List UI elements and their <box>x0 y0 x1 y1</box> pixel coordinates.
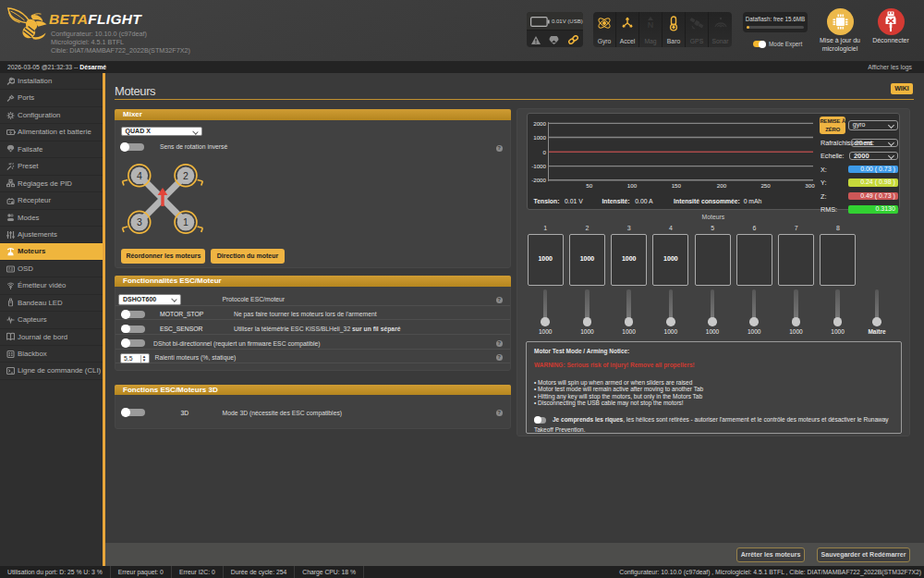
svg-text:2000: 2000 <box>533 120 546 127</box>
svg-text:-2000: -2000 <box>531 177 546 183</box>
svg-text:250: 250 <box>760 182 771 189</box>
svg-text:3: 3 <box>137 216 142 228</box>
svg-text:150: 150 <box>672 182 682 189</box>
svg-text:0: 0 <box>543 149 547 155</box>
svg-text:N: N <box>648 20 654 30</box>
svg-text:1000: 1000 <box>533 134 546 141</box>
svg-text:50: 50 <box>586 182 592 189</box>
svg-text:2: 2 <box>183 170 188 181</box>
svg-text:4: 4 <box>137 170 142 181</box>
svg-text:-1000: -1000 <box>531 163 546 169</box>
svg-text:100: 100 <box>627 182 638 189</box>
svg-text:1: 1 <box>183 216 188 228</box>
svg-text:300: 300 <box>805 182 815 189</box>
svg-text:200: 200 <box>717 182 727 189</box>
